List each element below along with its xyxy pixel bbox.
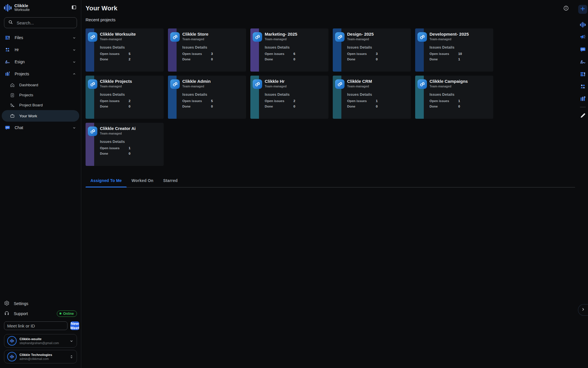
search-box[interactable] — [4, 17, 77, 28]
project-card[interactable]: Clikkle Creator Ai Team-managed Issues D… — [86, 123, 164, 166]
pencil-icon[interactable] — [580, 112, 586, 119]
project-card[interactable]: Design- 2025 Team-managed Issues Details… — [333, 28, 411, 72]
done-row: Done 0 — [100, 152, 161, 155]
project-card[interactable]: Clikkle CRM Team-managed Issues Details … — [333, 76, 411, 119]
project-managed-label: Team-managed — [265, 37, 326, 41]
sidebar-item-hr[interactable]: Hr — [2, 44, 79, 56]
done-row: Done 0 — [265, 57, 326, 61]
people-icon[interactable] — [580, 83, 586, 90]
tab-assigned-to-me[interactable]: Assigned To Me — [86, 175, 127, 187]
chevron-down-icon — [72, 126, 76, 130]
chevron-down-icon — [69, 339, 74, 343]
open-issues-row: Open issues 10 — [430, 52, 491, 55]
support-button[interactable]: Support Online — [4, 308, 77, 319]
sidebar-item-dashboard[interactable]: Dashboard — [2, 80, 79, 90]
open-issues-value: 1 — [129, 146, 130, 150]
projects-check-icon[interactable] — [580, 96, 586, 102]
search-input[interactable] — [17, 20, 73, 25]
hr-icon — [5, 47, 10, 53]
project-card[interactable]: Clikkle Projects Team-managed Issues Det… — [86, 76, 164, 119]
project-card-body: Clikkle CRM Team-managed Issues Details … — [347, 79, 409, 108]
project-logo-icon — [335, 79, 345, 89]
open-issues-row: Open issues 3 — [347, 52, 409, 55]
sidebar-menu: Files Hr Esign Projects Dashboard — [0, 32, 81, 134]
project-managed-label: Team-managed — [182, 85, 244, 88]
chevron-up-icon — [72, 72, 76, 76]
info-icon[interactable] — [563, 5, 569, 12]
tab-worked-on[interactable]: Worked On — [127, 175, 158, 187]
sidebar-item-label: Files — [15, 35, 23, 40]
meet-link-input[interactable] — [4, 321, 67, 330]
project-card-body: Clikkle Creator Ai Team-managed Issues D… — [100, 126, 161, 155]
chat-icon[interactable] — [580, 46, 586, 53]
issues-details-label: Issues Details — [182, 45, 244, 49]
done-value: 0 — [376, 57, 378, 61]
done-row: Done 2 — [100, 57, 161, 61]
sidebar-item-chat[interactable]: Chat — [2, 122, 79, 134]
project-card[interactable]: Clikkle Hr Team-managed Issues Details O… — [250, 76, 328, 119]
settings-button[interactable]: Settings — [4, 298, 77, 308]
avatar — [7, 352, 17, 361]
project-card[interactable]: Marketing- 2025 Team-managed Issues Deta… — [250, 28, 328, 72]
done-row: Done 0 — [430, 105, 491, 108]
done-label: Done — [265, 105, 293, 108]
megaphone-icon[interactable] — [580, 34, 586, 40]
bar-chart-icon[interactable] — [580, 22, 586, 28]
done-value: 0 — [129, 105, 130, 108]
project-card-body: Development- 2025 Team-managed Issues De… — [430, 32, 491, 61]
sidebar-item-your-work[interactable]: Your Work — [2, 110, 79, 122]
tab-starred[interactable]: Starred — [158, 175, 182, 187]
done-label: Done — [347, 57, 376, 61]
project-managed-label: Team-managed — [100, 85, 161, 88]
unfold-more-icon — [69, 354, 74, 359]
account-card-organization[interactable]: Clikkle Technologies admin@clikkmail.com — [4, 350, 77, 363]
issues-details-label: Issues Details — [430, 92, 491, 97]
gear-icon — [4, 300, 9, 307]
open-issues-row: Open issues 1 — [347, 99, 409, 103]
open-issues-value: 1 — [376, 99, 378, 103]
project-card[interactable]: Clikkle Worksuite Team-managed Issues De… — [86, 28, 164, 72]
issues-details-label: Issues Details — [430, 45, 491, 49]
sidebar-item-esign[interactable]: Esign — [2, 56, 79, 68]
open-issues-row: Open issues 1 — [430, 99, 491, 103]
project-title: Clikkle Projects — [100, 79, 161, 84]
signature-icon[interactable] — [580, 59, 586, 65]
open-issues-row: Open issues 1 — [100, 146, 161, 150]
open-issues-label: Open issues — [347, 52, 376, 55]
sidebar-collapse-button[interactable] — [71, 5, 77, 11]
list-icon[interactable] — [580, 71, 586, 77]
done-value: 0 — [293, 57, 295, 61]
briefcase-icon — [10, 113, 15, 118]
project-title: Development- 2025 — [430, 32, 491, 37]
open-issues-label: Open issues — [100, 146, 129, 150]
open-issues-label: Open issues — [100, 99, 129, 103]
project-card[interactable]: Development- 2025 Team-managed Issues De… — [415, 28, 493, 72]
section-title: Recent projects — [86, 17, 577, 22]
chevron-down-icon — [72, 36, 76, 40]
expand-panel-button[interactable] — [578, 304, 588, 316]
sidebar-item-projects[interactable]: Projects — [2, 68, 79, 80]
project-card-body: Clikkle Campaigns Team-managed Issues De… — [430, 79, 491, 108]
sidebar-item-projects-list[interactable]: Projects — [2, 90, 79, 100]
done-value: 0 — [211, 105, 213, 108]
account-card-personal[interactable]: Clikkle-wsuite stephandgraham@gmail.com — [4, 334, 77, 348]
open-issues-label: Open issues — [430, 99, 458, 103]
project-logo-icon — [253, 32, 262, 42]
open-issues-label: Open issues — [430, 52, 458, 55]
projects-icon — [5, 71, 10, 77]
project-card[interactable]: Clikkle Store Team-managed Issues Detail… — [168, 28, 246, 72]
add-button[interactable] — [578, 5, 587, 14]
open-issues-label: Open issues — [182, 52, 211, 55]
project-card[interactable]: Clikkle Campaigns Team-managed Issues De… — [415, 76, 493, 119]
project-title: Clikkle Store — [182, 32, 244, 37]
project-logo-icon — [253, 79, 262, 89]
project-card[interactable]: Clikkle Admin Team-managed Issues Detail… — [168, 76, 246, 119]
new-meet-button[interactable]: New Meet — [70, 321, 79, 330]
project-logo-icon — [88, 79, 97, 89]
project-title: Clikkle Creator Ai — [100, 126, 161, 131]
submenu-item-label: Dashboard — [19, 83, 38, 87]
sidebar-item-project-board[interactable]: Project Board — [2, 100, 79, 110]
open-issues-row: Open issues 2 — [100, 99, 161, 103]
sidebar-item-files[interactable]: Files — [2, 32, 79, 44]
project-card-body: Clikkle Admin Team-managed Issues Detail… — [182, 79, 244, 108]
